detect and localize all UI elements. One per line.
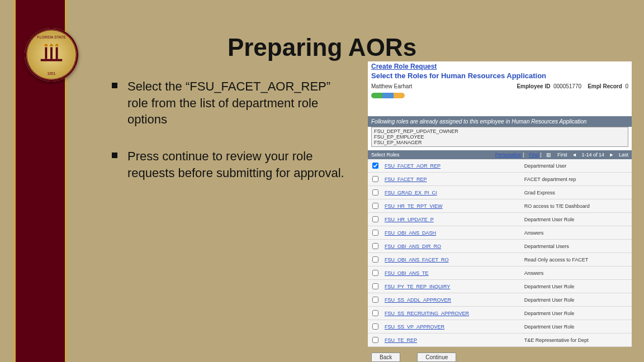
role-checkbox[interactable] (372, 283, 378, 289)
role-name: FSU_OBI_ANS_DIR_RO (382, 240, 522, 253)
role-desc: Department User Role (522, 307, 632, 320)
table-row: FSU_SS_RECRUITING_APPROVERDepartment Use… (368, 307, 632, 320)
bullet-item: Press continue to review your role reque… (112, 148, 352, 181)
table-row: FSU_FACET_AOR_REPDepartmental User (368, 159, 632, 173)
table-row: FSU_OBI_ANS_FACET_RORead Only access to … (368, 253, 632, 266)
role-checkbox-cell (368, 226, 382, 240)
employee-id-value: 000051770 (553, 83, 581, 89)
role-desc: Department User Role (522, 213, 632, 226)
role-desc: Departmental Users (522, 240, 632, 253)
find-link[interactable]: Find (529, 152, 539, 158)
role-link[interactable]: FSU_OBI_ANS_TE (385, 270, 429, 276)
assigned-role: FSU_EP_MANAGER (374, 140, 626, 145)
employee-id-label: Employee ID (517, 83, 550, 89)
role-link[interactable]: FSU_FACET_AOR_REP (385, 163, 441, 169)
row-count: 1-14 of 14 (582, 152, 605, 158)
grid-icon[interactable]: ▥ (546, 152, 551, 158)
role-name: FSU_HR_TE_RPT_VIEW (382, 199, 522, 213)
table-row: FSU_OBI_ANS_DASHAnswers (368, 226, 632, 240)
role-name: FSU_SS_ADDL_APPROVER (382, 293, 522, 307)
table-row: FSU_SS_ADDL_APPROVERDepartment User Role (368, 293, 632, 307)
role-link[interactable]: FSU_HR_UPDATE_P (385, 217, 434, 222)
role-link[interactable]: FSU_OBI_ANS_FACET_RO (385, 257, 449, 263)
back-button[interactable]: Back (371, 353, 400, 362)
role-checkbox-cell (368, 307, 382, 320)
assigned-note: Following roles are already assigned to … (368, 116, 632, 127)
role-checkbox[interactable] (372, 216, 378, 222)
slide: FLORIDA STATE 1851 Preparing AORs Select… (0, 0, 644, 362)
role-desc: RO access to T/E Dashboard (522, 199, 632, 213)
role-checkbox-cell (368, 159, 382, 173)
role-desc: Answers (522, 266, 632, 280)
role-name: FSU_FACET_REP (382, 173, 522, 186)
last-link[interactable]: Last (619, 152, 628, 158)
role-name: FSU_TE_REP (382, 334, 522, 347)
role-link[interactable]: FSU_HR_TE_RPT_VIEW (385, 203, 443, 209)
role-name: FSU_GRAD_EX_PI_CI (382, 186, 522, 199)
roles-table: FSU_FACET_AOR_REPDepartmental UserFSU_FA… (368, 159, 632, 347)
role-name: FSU_FACET_AOR_REP (382, 159, 522, 173)
role-checkbox[interactable] (372, 230, 378, 236)
role-checkbox-cell (368, 240, 382, 253)
role-checkbox-cell (368, 186, 382, 199)
role-link[interactable]: FSU_FACET_REP (385, 177, 427, 182)
role-link[interactable]: FSU_OBI_ANS_DASH (385, 230, 436, 236)
empl-record-label: Empl Record (588, 83, 622, 89)
select-roles-heading: Select the Roles for Human Resources App… (368, 72, 632, 82)
role-desc: Grad Express (522, 186, 632, 199)
bullet-list: Select the “FSU_FACET_AOR_REP” role from… (112, 78, 352, 201)
svg-text:1851: 1851 (48, 72, 56, 75)
assigned-roles-box: FSU_DEPT_REP_UPDATE_OWNER FSU_EP_EMPLOYE… (371, 127, 628, 147)
role-checkbox[interactable] (372, 323, 378, 330)
role-checkbox-cell (368, 280, 382, 293)
role-link[interactable]: FSU_SS_ADDL_APPROVER (385, 297, 451, 303)
role-checkbox[interactable] (372, 203, 378, 209)
role-desc: T&E Representative for Dept (522, 334, 632, 347)
table-row: FSU_SS_VP_APPROVERDepartment User Role (368, 320, 632, 334)
table-row: FSU_GRAD_EX_PI_CIGrad Express (368, 186, 632, 199)
role-checkbox[interactable] (372, 297, 378, 303)
status-segments-icon (371, 93, 405, 98)
app-screenshot: Create Role Request Select the Roles for… (368, 61, 632, 335)
table-row: FSU_TE_REPT&E Representative for Dept (368, 334, 632, 347)
role-checkbox[interactable] (372, 270, 378, 276)
assigned-role: FSU_EP_EMPLOYEE (374, 134, 626, 140)
role-name: FSU_OBI_ANS_FACET_RO (382, 253, 522, 266)
role-link[interactable]: FSU_OBI_ANS_DIR_RO (385, 244, 441, 249)
role-link[interactable]: FSU_GRAD_EX_PI_CI (385, 190, 437, 196)
continue-button[interactable]: Continue (417, 353, 456, 362)
first-link[interactable]: First (557, 152, 567, 158)
employee-name: Matthew Earhart (371, 83, 412, 89)
prev-icon[interactable]: ◄ (572, 152, 577, 158)
role-link[interactable]: FSU_TE_REP (385, 337, 417, 343)
role-desc: Read Only access to FACET (522, 253, 632, 266)
table-row: FSU_FACET_REPFACET department rep (368, 173, 632, 186)
role-desc: FACET department rep (522, 173, 632, 186)
role-desc: Departmental User (522, 159, 632, 173)
role-checkbox-cell (368, 253, 382, 266)
table-row: FSU_HR_UPDATE_PDepartment User Role (368, 213, 632, 226)
role-desc: Department User Role (522, 280, 632, 293)
role-desc: Answers (522, 226, 632, 240)
personalize-link[interactable]: Personalize (495, 152, 522, 158)
role-checkbox-cell (368, 293, 382, 307)
role-checkbox[interactable] (372, 176, 378, 182)
role-link[interactable]: FSU_SS_VP_APPROVER (385, 324, 444, 330)
role-name: FSU_OBI_ANS_DASH (382, 226, 522, 240)
role-link[interactable]: FSU_PY_TE_REP_INQUIRY (385, 284, 450, 289)
role-checkbox[interactable] (372, 310, 378, 316)
assigned-role: FSU_DEPT_REP_UPDATE_OWNER (374, 128, 626, 134)
role-checkbox[interactable] (372, 243, 378, 249)
empl-record-value: 0 (625, 83, 628, 89)
next-icon[interactable]: ► (609, 152, 614, 158)
role-checkbox[interactable] (372, 256, 378, 263)
role-checkbox[interactable] (372, 337, 378, 343)
table-row: FSU_PY_TE_REP_INQUIRYDepartment User Rol… (368, 280, 632, 293)
role-checkbox[interactable] (372, 163, 378, 169)
role-checkbox-cell (368, 266, 382, 280)
role-checkbox[interactable] (372, 189, 378, 196)
role-checkbox-cell (368, 199, 382, 213)
panel-title: Select Roles (371, 152, 400, 158)
role-link[interactable]: FSU_SS_RECRUITING_APPROVER (385, 311, 469, 316)
create-role-link[interactable]: Create Role Request (371, 63, 437, 70)
